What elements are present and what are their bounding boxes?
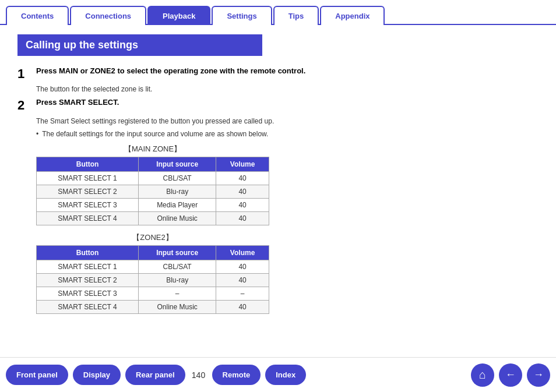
cell-input: Blu-ray	[139, 185, 216, 198]
zone2-table-wrapper: Button Input source Volume SMART SELECT …	[36, 245, 539, 314]
col2-volume: Volume	[216, 245, 269, 260]
col-volume: Volume	[216, 157, 269, 171]
home-button[interactable]: ⌂	[471, 363, 494, 387]
cell-button: SMART SELECT 1	[37, 171, 139, 185]
back-button[interactable]: ←	[499, 363, 522, 387]
cell-volume: 40	[216, 198, 269, 211]
bullet-text: The default settings for the input sourc…	[42, 130, 268, 138]
bullet-dot: •	[36, 130, 38, 138]
col2-input: Input source	[139, 245, 216, 260]
cell-volume: 40	[216, 171, 269, 185]
cell-button: SMART SELECT 2	[37, 185, 139, 198]
cell-input: Media Player	[139, 198, 216, 211]
cell-button: SMART SELECT 4	[37, 211, 139, 225]
col-input: Input source	[139, 157, 216, 171]
cell-volume: 40	[216, 211, 269, 225]
tab-appendix[interactable]: Appendix	[320, 6, 385, 25]
step-1-content: Press MAIN or ZONE2 to select the operat…	[36, 66, 539, 76]
cell-button: SMART SELECT 3	[37, 198, 139, 211]
step-2-sub: The Smart Select settings registered to …	[36, 117, 539, 125]
page-number: 140	[190, 370, 207, 380]
rear-panel-button[interactable]: Rear panel	[125, 365, 185, 385]
table-row: SMART SELECT 4Online Music40	[37, 300, 269, 313]
zone2-table: Button Input source Volume SMART SELECT …	[36, 245, 269, 314]
step-2: 2 Press SMART SELECT.	[17, 98, 539, 113]
cell-volume: 40	[216, 260, 269, 273]
index-button[interactable]: Index	[265, 365, 306, 385]
tab-tips[interactable]: Tips	[273, 6, 319, 25]
table-row: SMART SELECT 4Online Music40	[37, 211, 269, 225]
table-row: SMART SELECT 2Blu-ray40	[37, 273, 269, 287]
table-row: SMART SELECT 1CBL/SAT40	[37, 171, 269, 185]
step-1-sub: The button for the selected zone is lit.	[36, 85, 539, 93]
cell-volume: –	[216, 287, 269, 300]
table-row: SMART SELECT 3Media Player40	[37, 198, 269, 211]
cell-button: SMART SELECT 2	[37, 273, 139, 287]
cell-button: SMART SELECT 3	[37, 287, 139, 300]
main-zone-table-wrapper: Button Input source Volume SMART SELECT …	[36, 157, 539, 225]
cell-volume: 40	[216, 273, 269, 287]
cell-input: –	[139, 287, 216, 300]
step-1-bold: Press MAIN or ZONE2 to select the operat…	[36, 66, 539, 75]
cell-input: Online Music	[139, 211, 216, 225]
main-zone-label: 【MAIN ZONE】	[17, 144, 288, 154]
zone2-label: 【ZONE2】	[17, 232, 288, 243]
cell-volume: 40	[216, 300, 269, 313]
cell-volume: 40	[216, 185, 269, 198]
table-row: SMART SELECT 1CBL/SAT40	[37, 260, 269, 273]
cell-button: SMART SELECT 1	[37, 260, 139, 273]
main-content: Calling up the settings 1 Press MAIN or …	[0, 25, 556, 327]
tab-connections[interactable]: Connections	[70, 6, 146, 25]
remote-button[interactable]: Remote	[212, 365, 261, 385]
bullet-item: • The default settings for the input sou…	[36, 130, 539, 138]
cell-input: CBL/SAT	[139, 171, 216, 185]
step-2-bold: Press SMART SELECT.	[36, 98, 539, 107]
forward-button[interactable]: →	[527, 363, 550, 387]
step-1: 1 Press MAIN or ZONE2 to select the oper…	[17, 66, 539, 82]
tab-nav: Contents Connections Playback Settings T…	[0, 0, 556, 25]
tab-contents[interactable]: Contents	[6, 6, 69, 25]
front-panel-button[interactable]: Front panel	[6, 365, 68, 385]
step-2-content: Press SMART SELECT.	[36, 98, 539, 108]
tab-playback[interactable]: Playback	[147, 6, 210, 25]
step-2-number: 2	[17, 98, 36, 113]
bottom-bar: Front panel Display Rear panel 140 Remot…	[0, 357, 556, 392]
cell-button: SMART SELECT 4	[37, 300, 139, 313]
cell-input: Blu-ray	[139, 273, 216, 287]
step-1-number: 1	[17, 66, 36, 82]
tab-settings[interactable]: Settings	[212, 6, 272, 25]
display-button[interactable]: Display	[73, 365, 121, 385]
col2-button: Button	[37, 245, 139, 260]
page-title: Calling up the settings	[17, 34, 262, 56]
cell-input: Online Music	[139, 300, 216, 313]
main-zone-table: Button Input source Volume SMART SELECT …	[36, 157, 269, 225]
bullet-section: • The default settings for the input sou…	[36, 130, 539, 138]
col-button: Button	[37, 157, 139, 171]
table-row: SMART SELECT 3––	[37, 287, 269, 300]
table-row: SMART SELECT 2Blu-ray40	[37, 185, 269, 198]
cell-input: CBL/SAT	[139, 260, 216, 273]
